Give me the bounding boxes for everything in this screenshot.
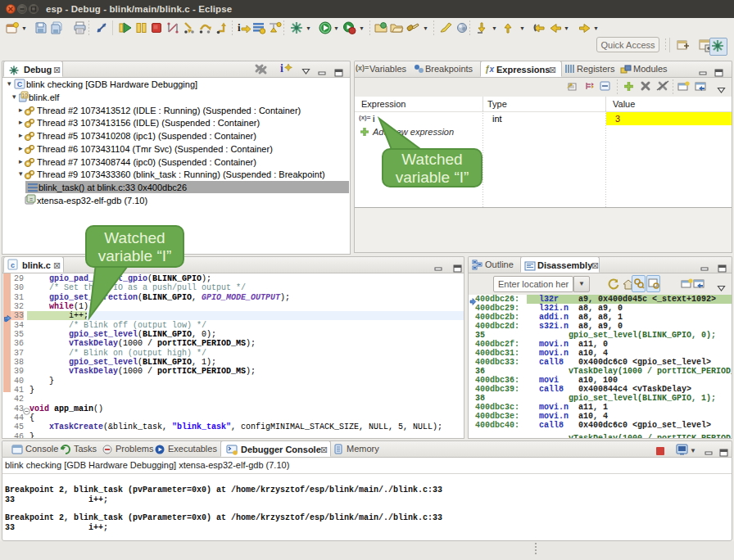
svg-text:10: 10 <box>21 93 28 98</box>
svg-text:c: c <box>11 261 15 269</box>
svg-text:i: i <box>280 62 283 75</box>
svg-text:C: C <box>17 80 23 88</box>
svg-text:i: i <box>238 21 241 34</box>
svg-text:=: = <box>29 196 33 202</box>
